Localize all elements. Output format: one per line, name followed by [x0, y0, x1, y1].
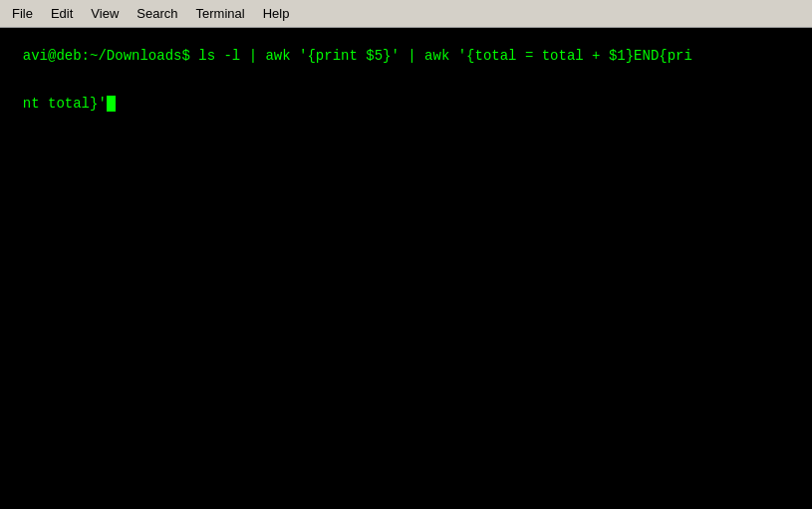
menu-help[interactable]: Help [255, 4, 298, 23]
terminal-line1: avi@deb:~/Downloads$ ls -l | awk '{print… [23, 48, 692, 64]
menu-view[interactable]: View [83, 4, 127, 23]
menu-edit[interactable]: Edit [43, 4, 81, 23]
terminal-line2: nt total}' [23, 96, 107, 112]
menu-terminal[interactable]: Terminal [188, 4, 253, 23]
menu-search[interactable]: Search [129, 4, 185, 23]
terminal-cursor [107, 96, 116, 112]
menu-file[interactable]: File [4, 4, 41, 23]
terminal-output[interactable]: avi@deb:~/Downloads$ ls -l | awk '{print… [0, 28, 812, 509]
menubar: File Edit View Search Terminal Help [0, 0, 812, 28]
